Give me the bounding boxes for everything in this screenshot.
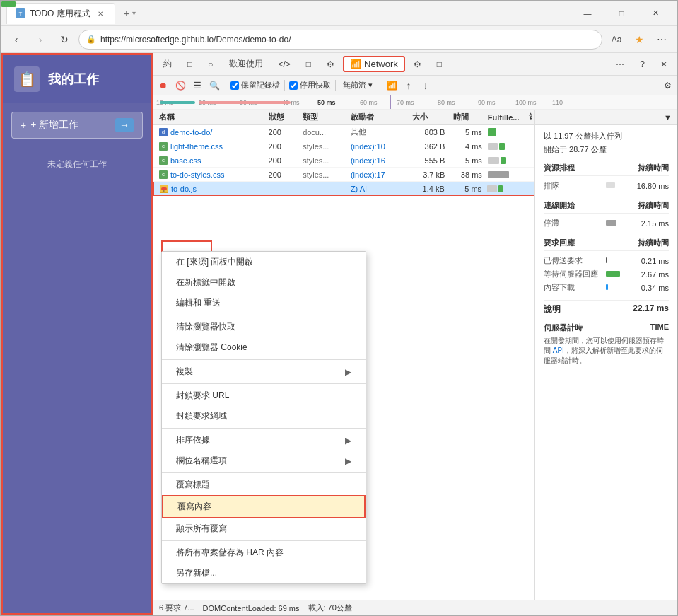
header-fulfilled: Fulfille... bbox=[485, 113, 526, 122]
dt-tab-circle[interactable]: ○ bbox=[201, 57, 220, 72]
total-value: 22.17 ms bbox=[633, 303, 669, 315]
ctx-clear-cache[interactable]: 清除瀏覽器快取 bbox=[162, 317, 366, 337]
download-button[interactable]: ↓ bbox=[419, 79, 433, 93]
page-loaded: 載入: 70公釐 bbox=[308, 603, 352, 613]
dt-tab-box2[interactable]: □ bbox=[430, 57, 449, 72]
row5-size: 1.4 kB bbox=[409, 185, 450, 193]
devtools-toolbar2: ⏺ 🚫 ☰ 🔍 保留記錄檔 停用快取 無節流 ▾ bbox=[153, 76, 677, 95]
server-timing-section: 伺服器計時 TIME 在開發期間，您可以使用伺服器預存時間 API，將深入解析新… bbox=[544, 318, 669, 370]
dt-tab-network[interactable]: 📶 Network bbox=[343, 56, 405, 72]
resource-scheduling-title: 資源排程 持續時間 bbox=[544, 161, 669, 176]
ctx-save-har[interactable]: 將所有專案儲存為 HAR 內容 bbox=[162, 542, 366, 563]
add-icon: + bbox=[21, 120, 26, 131]
timeline-vline bbox=[390, 95, 391, 109]
app-header: 📋 我的工作 bbox=[3, 55, 151, 103]
table-row[interactable]: c light-theme.css 200 styles... (index):… bbox=[153, 139, 534, 153]
dt-tab-gear2[interactable]: ⚙ bbox=[407, 57, 428, 72]
ctx-override-headers[interactable]: 覆寫標題 bbox=[162, 475, 366, 495]
dt-tab-square[interactable]: □ bbox=[180, 57, 199, 72]
sent-bar-area bbox=[606, 257, 621, 265]
table-row-selected[interactable]: j to-do.js Z) AI 1.4 kB 5 ms bbox=[153, 182, 534, 196]
ctx-block-url[interactable]: 封鎖要求 URL bbox=[162, 385, 366, 406]
forward-button[interactable]: › bbox=[30, 30, 50, 50]
ctx-save-as[interactable]: 另存新檔... bbox=[162, 563, 366, 583]
dt-tab-approx[interactable]: 約 bbox=[156, 55, 179, 73]
queued-at-text: 以 11.97 公釐排入佇列 bbox=[544, 131, 669, 141]
add-task-button[interactable]: + + 新增工作 → bbox=[11, 112, 143, 139]
table-row[interactable]: d demo-to-do/ 200 docu... 其他 803 B 5 ms bbox=[153, 125, 534, 139]
dt-tab-gear[interactable]: ⚙ bbox=[320, 57, 341, 72]
tab-close-button[interactable]: ✕ bbox=[95, 8, 106, 19]
dt-more-btn[interactable]: ⋯ bbox=[609, 57, 631, 72]
table-row[interactable]: c to-do-styles.css 200 styles... (index)… bbox=[153, 168, 534, 182]
close-button[interactable]: ✕ bbox=[639, 3, 672, 24]
disable-cache-label[interactable]: 停用快取 bbox=[289, 80, 331, 91]
address-bar[interactable]: 🔒 https://microsoftedge.github.io/Demos/… bbox=[78, 30, 602, 50]
filter-button[interactable]: ☰ bbox=[190, 79, 204, 93]
dt-tab-box[interactable]: □ bbox=[299, 57, 318, 72]
ctx-edit-resend[interactable]: 編輯和 重送 bbox=[162, 293, 366, 313]
ctx-block-domain[interactable]: 封鎖要求網域 bbox=[162, 406, 366, 426]
ctx-open-tab[interactable]: 在新標籤中開啟 bbox=[162, 272, 366, 293]
ctx-column-options[interactable]: 欄位名稱選項 ▶ bbox=[162, 451, 366, 471]
ctx-sep3 bbox=[162, 383, 366, 384]
minimize-button[interactable]: — bbox=[571, 3, 604, 24]
ctx-override-content[interactable]: 覆寫內容 bbox=[162, 495, 366, 518]
table-header-row: 名稱 狀態 類型 啟動者 大小 時間 Fulfille... 瀑布 bbox=[153, 110, 534, 125]
upload-button[interactable]: ↑ bbox=[402, 79, 416, 93]
empty-text: 未定義任何工作 bbox=[3, 147, 151, 182]
dt-tab-welcome[interactable]: 歡迎使用 bbox=[222, 55, 270, 73]
mark-50ms: 50 ms bbox=[317, 99, 336, 106]
fulfilled-bar1 bbox=[488, 128, 496, 136]
search-button[interactable]: 🔍 bbox=[207, 79, 221, 93]
row5-name: j to-do.js bbox=[157, 185, 266, 193]
disable-cache-checkbox[interactable] bbox=[289, 81, 298, 90]
reload-button[interactable]: ↻ bbox=[54, 30, 74, 50]
back-button[interactable]: ‹ bbox=[6, 30, 26, 50]
dt-help-btn[interactable]: ? bbox=[633, 57, 652, 72]
restore-button[interactable]: □ bbox=[605, 3, 638, 24]
record-button[interactable]: ⏺ bbox=[156, 79, 170, 93]
separator4 bbox=[380, 80, 380, 91]
more-button[interactable]: ⋯ bbox=[652, 30, 672, 50]
ctx-copy[interactable]: 複製 ▶ bbox=[162, 361, 366, 382]
wifi-button[interactable]: 📶 bbox=[385, 79, 399, 93]
ctx-sort-by[interactable]: 排序依據 ▶ bbox=[162, 430, 366, 451]
active-tab[interactable]: T TODO 應用程式 ✕ bbox=[6, 3, 115, 24]
dt-tab-plus[interactable]: + bbox=[450, 57, 469, 72]
read-aloud-button[interactable]: Aa bbox=[607, 30, 626, 50]
ctx-show-overrides[interactable]: 顯示所有覆寫 bbox=[162, 518, 366, 539]
timeline-marks: 10 ms 20 ms 30 ms 40 ms 50 ms 60 ms 70 m… bbox=[156, 95, 674, 109]
preserve-log-label[interactable]: 保留記錄檔 bbox=[230, 80, 280, 91]
row2-initiator: (index):10 bbox=[348, 142, 409, 151]
table-row[interactable]: c base.css 200 styles... (index):16 555 … bbox=[153, 153, 534, 168]
row4-status: 200 bbox=[266, 170, 300, 179]
request-response-title: 要求回應 持續時間 bbox=[544, 236, 669, 251]
row4-name: c to-do-styles.css bbox=[156, 170, 266, 179]
throttle-dropdown[interactable]: 無節流 ▾ bbox=[340, 79, 375, 92]
header-initiator: 啟動者 bbox=[348, 112, 409, 122]
api-link[interactable]: API bbox=[553, 347, 564, 354]
ctx-clear-cookies[interactable]: 清除瀏覽器 Cookie bbox=[162, 337, 366, 358]
stall-bar-area bbox=[606, 220, 621, 227]
url-text: https://microsoftedge.github.io/Demos/de… bbox=[100, 35, 595, 45]
settings-button[interactable]: ⚙ bbox=[660, 79, 674, 93]
submenu-arrow: ▶ bbox=[345, 367, 351, 377]
connection-start-title: 連線開始 持續時間 bbox=[544, 198, 669, 214]
network-tab-label: Network bbox=[364, 59, 398, 69]
dt-tab-source[interactable]: </> bbox=[271, 57, 298, 72]
row1-name: d demo-to-do/ bbox=[156, 128, 266, 136]
preserve-log-checkbox[interactable] bbox=[230, 81, 239, 90]
dt-close-btn[interactable]: ✕ bbox=[653, 57, 674, 72]
ctx-open-source[interactable]: 在 [來源] 面板中開啟 bbox=[162, 252, 366, 272]
download-label: 內容下載 bbox=[544, 282, 600, 293]
row5-initiator: Z) AI bbox=[348, 185, 409, 193]
clear-button[interactable]: 🚫 bbox=[173, 79, 187, 93]
favorites-button[interactable]: ★ bbox=[629, 30, 649, 50]
timeline-bar-1 bbox=[160, 101, 195, 104]
tab-title: TODO 應用程式 bbox=[30, 8, 90, 20]
new-tab-button[interactable]: + ▾ bbox=[118, 5, 141, 22]
header-status: 狀態 bbox=[266, 112, 300, 122]
context-menu: 在 [來源] 面板中開啟 在新標籤中開啟 編輯和 重送 清除瀏覽器快取 清除瀏覽… bbox=[161, 251, 366, 584]
submenu-arrow: ▶ bbox=[345, 456, 351, 466]
